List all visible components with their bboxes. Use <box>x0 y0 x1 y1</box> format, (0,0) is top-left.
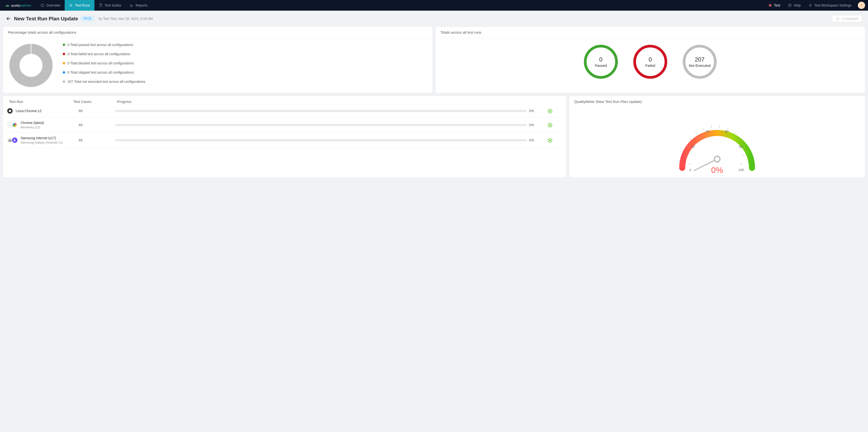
run-status[interactable] <box>539 138 563 143</box>
svg-point-2 <box>70 5 71 6</box>
ring-failed-value: 0 <box>649 56 652 63</box>
progress-pct: 0% <box>529 123 539 127</box>
page-header: New Test Run Plan Update PROD by Test Te… <box>0 11 868 27</box>
dot-passed-icon <box>63 43 65 46</box>
byline: by Test Test, Nov 28, 2022, 9:18 AM <box>99 17 153 21</box>
legend-blocked-label: 0 Total blocked test across all configur… <box>68 61 134 65</box>
run-progress: 0% <box>115 138 539 142</box>
svg-line-27 <box>733 132 736 134</box>
nav-workspace-settings[interactable]: Test Workspace Settings <box>805 3 855 7</box>
details-cards-row: Test Run Test Cases Progress ⬢ Linux:Chr… <box>0 93 868 180</box>
back-button[interactable] <box>6 16 11 21</box>
col-header-test-run: Test Run <box>8 99 73 104</box>
dot-blocked-icon <box>63 62 65 64</box>
gauge-value: 0% <box>711 165 723 175</box>
card-percentage-title: Percentage totals across all configurati… <box>3 27 432 38</box>
run-cases: 69 <box>71 138 115 142</box>
legend-notexec-label: 207 Total not executed test across all c… <box>68 80 145 84</box>
ring-failed-label: Failed <box>645 63 655 67</box>
gauge-tick-40: 40 <box>706 129 709 133</box>
arrow-left-icon <box>6 16 11 21</box>
nav-test-suites-label: Test Suites <box>104 3 121 7</box>
table-row[interactable]: ⬢ Linux:Chrome:12 69 0% <box>3 104 566 118</box>
run-progress: 0% <box>115 123 539 127</box>
help-icon <box>788 3 792 7</box>
gear-icon <box>808 3 812 7</box>
svg-line-30 <box>742 155 745 156</box>
env-badge: PROD <box>81 17 94 21</box>
svg-point-0 <box>7 6 8 6</box>
puzzle-icon <box>768 3 772 7</box>
card-totals-title: Totals across all test runs <box>436 27 865 38</box>
platform-icons: 🤖 ◐ <box>7 137 18 143</box>
chrome-icon <box>12 122 18 128</box>
platform-icons <box>7 122 18 128</box>
legend-passed-label: 0 Total passed test across all configura… <box>68 43 133 47</box>
active-status-icon <box>548 138 552 143</box>
run-cases: 69 <box>71 123 115 127</box>
gauge-tick-0: 0 <box>689 168 691 172</box>
svg-point-7 <box>770 6 770 7</box>
nav-test-project[interactable]: Test <box>765 3 784 7</box>
active-status-icon <box>548 109 552 113</box>
avatar-initial: T <box>861 4 862 7</box>
nav-reports[interactable]: Reports <box>125 0 152 11</box>
card-test-runs: Test Run Test Cases Progress ⬢ Linux:Chr… <box>3 96 566 178</box>
run-status[interactable] <box>539 109 563 113</box>
active-status-icon <box>548 123 552 127</box>
nav-overview[interactable]: Overview <box>36 0 65 11</box>
svg-line-25 <box>719 125 720 128</box>
ring-passed: 0 Passed <box>584 45 618 79</box>
page-title: New Test Run Plan Update <box>14 16 78 22</box>
legend-failed: 0 Total failed test across all configura… <box>63 52 145 56</box>
nav-help[interactable]: Help <box>784 3 804 7</box>
table-row[interactable]: 🤖 ◐ Samsung Internet (v17) Samsung Galax… <box>3 133 566 148</box>
svg-point-6 <box>770 4 770 5</box>
avatar[interactable]: T <box>858 2 865 9</box>
summary-cards-row: Percentage totals across all configurati… <box>0 27 868 93</box>
card-quality-meter: QualityMeter (New Test Run Plan Update) <box>569 96 865 178</box>
logo[interactable]: qualitywatcher <box>0 3 36 8</box>
svg-point-11 <box>810 5 811 6</box>
logo-text: qualitywatcher <box>11 4 31 7</box>
nav-test-runs-label: Test Runs <box>75 3 90 7</box>
nav-right: Test Help Test Workspace Settings T <box>765 2 865 9</box>
svg-line-22 <box>695 132 697 134</box>
legend-notexec: 207 Total not executed test across all c… <box>63 80 145 84</box>
dot-skipped-icon <box>63 71 65 73</box>
svg-line-23 <box>703 127 704 130</box>
quality-meter-title: QualityMeter (New Test Run Plan Update) <box>569 96 865 107</box>
col-header-test-cases: Test Cases <box>73 99 117 104</box>
test-run-list: ⬢ Linux:Chrome:12 69 0% <box>3 104 566 148</box>
ring-failed: 0 Failed <box>633 45 667 79</box>
donut-chart <box>8 42 54 88</box>
legend-skipped-label: 0 Total skipped test across all configur… <box>68 70 134 74</box>
dashboard-icon <box>40 3 44 7</box>
run-status[interactable] <box>539 123 563 127</box>
run-name: Chrome (latest) <box>21 121 44 125</box>
legend-skipped: 0 Total skipped test across all configur… <box>63 70 145 74</box>
ring-notexec: 207 Not Executed <box>683 45 717 79</box>
gauge-tick-80: 80 <box>739 145 743 149</box>
ring-notexec-label: Not Executed <box>689 63 711 67</box>
gauge-tick-60: 60 <box>725 129 728 133</box>
donut-legend: 0 Total passed test across all configura… <box>63 42 145 84</box>
col-header-progress: Progress <box>117 99 537 104</box>
nav-test-suites[interactable]: Test Suites <box>94 0 125 11</box>
play-circle-icon <box>836 17 840 21</box>
ring-notexec-value: 207 <box>695 56 705 63</box>
ring-passed-label: Passed <box>595 63 607 67</box>
nav-items: Overview Test Runs Test Suites Reports <box>36 0 152 11</box>
table-row[interactable]: Chrome (latest) Monterey (12) 69 0% <box>3 118 566 133</box>
run-progress: 0% <box>115 109 539 113</box>
run-name: Samsung Internet (v17) <box>21 136 63 140</box>
top-nav: qualitywatcher Overview Test Runs Test S… <box>0 0 868 11</box>
completed-label: Completed <box>842 17 858 21</box>
nav-help-label: Help <box>794 3 801 7</box>
chart-icon <box>130 3 134 7</box>
platform-icons: ⬢ <box>7 108 13 114</box>
completed-button[interactable]: Completed <box>832 15 862 22</box>
progress-pct: 0% <box>529 138 539 142</box>
nav-test-runs[interactable]: Test Runs <box>65 0 94 11</box>
ring-passed-value: 0 <box>599 56 602 63</box>
